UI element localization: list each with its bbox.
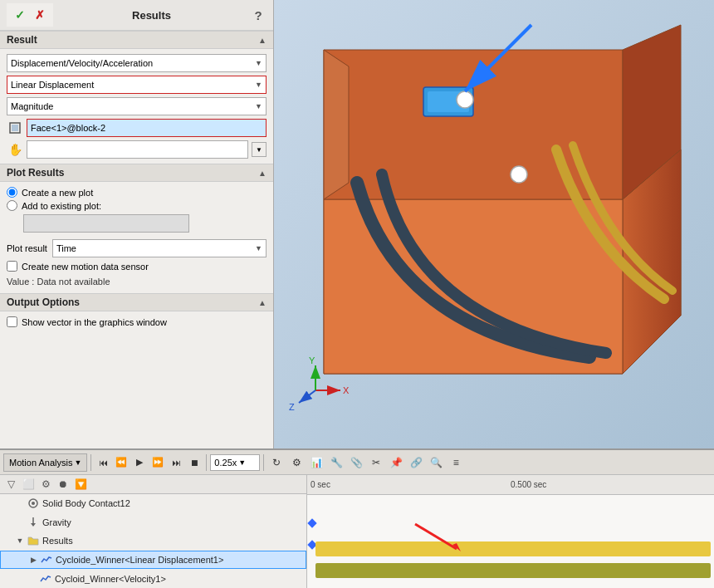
track-gravity-icon	[27, 516, 40, 529]
step-back-button[interactable]: ⏪	[113, 454, 130, 471]
confirm-button[interactable]: ✓	[12, 7, 28, 23]
record-icon[interactable]: ⏺	[56, 477, 71, 492]
magnitude-dropdown[interactable]: Magnitude ▼	[7, 97, 267, 115]
motion-sensor-checkbox-item[interactable]: Create new motion data sensor	[7, 261, 267, 272]
add-existing-plot-radio[interactable]: Add to existing plot:	[7, 200, 267, 211]
face-input-field[interactable]: Face<1>@block-2	[27, 119, 267, 137]
output-options-section-header[interactable]: Output Options ▲	[0, 293, 273, 311]
motion-analysis-dropdown-arrow: ▼	[74, 458, 81, 467]
plot-results-label: Plot Results	[7, 167, 64, 179]
track-solid-icon	[27, 497, 40, 510]
result-section-label: Result	[7, 34, 37, 46]
result-section-header[interactable]: Result ▲	[0, 31, 273, 49]
results-panel: ✓ ✗ Results ? Result ▲ Displacement/Velo…	[0, 0, 274, 448]
cycloide-timeline-bar[interactable]	[315, 541, 711, 556]
displacement-type-dropdown[interactable]: Displacement/Velocity/Acceleration ▼	[7, 54, 267, 72]
track-cycloide-label: Cycloide_Winner<Linear Displacement1>	[56, 555, 223, 565]
toolbar-separator-2	[206, 454, 207, 471]
settings-icon[interactable]: ⚙	[38, 477, 53, 492]
timeline-option-btn-7[interactable]: 🔗	[407, 453, 425, 472]
timeline-option-btn-2[interactable]: 📊	[307, 453, 325, 472]
stop-button[interactable]: ⏹	[186, 454, 203, 471]
track-cycloide-winner[interactable]: ▶ Cycloide_Winner<Linear Displacement1>	[0, 551, 306, 570]
track-gravity-label: Gravity	[42, 517, 71, 527]
show-vector-checkbox[interactable]	[7, 316, 17, 327]
create-new-plot-radio[interactable]: Create a new plot	[7, 187, 267, 198]
linear-displacement-dropdown[interactable]: Linear Displacement ▼	[7, 76, 267, 94]
panel-action-toolbar: ✓ ✗	[7, 3, 53, 27]
tracks-labels: ▽ ⬜ ⚙ ⏺ 🔽 Solid Body Contact12	[0, 475, 307, 588]
diamond-marker-1	[307, 518, 316, 527]
add-existing-row	[7, 214, 267, 233]
video-icon[interactable]: ⬜	[21, 477, 36, 492]
filter-icon-2[interactable]: 🔽	[73, 477, 88, 492]
help-button[interactable]: ?	[250, 7, 267, 23]
timeline-option-btn-5[interactable]: ✂	[367, 453, 385, 472]
track-solid-body: Solid Body Contact12	[0, 494, 306, 513]
panel-header: ✓ ✗ Results ?	[0, 0, 273, 31]
track-results-label: Results	[42, 536, 73, 546]
timeline-option-btn-1[interactable]: ⚙	[287, 453, 306, 472]
tracks-timeline: 0 sec 0.500 sec	[307, 475, 714, 588]
add-existing-plot-label: Add to existing plot:	[22, 201, 101, 211]
svg-text:Y: Y	[309, 355, 315, 365]
skip-end-button[interactable]: ⏭	[168, 454, 184, 471]
timeline-option-btn-4[interactable]: 📎	[347, 453, 365, 472]
face-input-empty[interactable]	[27, 140, 248, 159]
play-button[interactable]: ▶	[131, 454, 148, 471]
hand-icon: ✋	[7, 141, 23, 158]
plot-results-section-header[interactable]: Plot Results ▲	[0, 164, 273, 182]
3d-scene-svg: X Y Z	[274, 0, 714, 448]
svg-rect-1	[12, 125, 18, 131]
result-collapse-arrow: ▲	[258, 36, 267, 45]
face-options-button[interactable]: ▼	[252, 142, 267, 157]
track-velocity-expand	[28, 575, 37, 583]
track-results-folder-icon	[27, 534, 40, 547]
track-cycloide-icon	[40, 553, 53, 566]
rotate-cw-button[interactable]: ↻	[267, 453, 286, 472]
speed-dropdown[interactable]: 0.25x ▼	[210, 454, 260, 471]
result-section-content: Displacement/Velocity/Acceleration ▼ Lin…	[0, 49, 273, 164]
output-options-collapse-arrow: ▲	[258, 298, 267, 307]
velocity-timeline-bar[interactable]	[315, 563, 711, 578]
timeline-tracks: ▽ ⬜ ⚙ ⏺ 🔽 Solid Body Contact12	[0, 475, 714, 588]
svg-marker-8	[324, 50, 349, 199]
motion-sensor-checkbox[interactable]	[7, 261, 17, 272]
timeline-option-btn-6[interactable]: 📌	[387, 453, 405, 472]
track-solid-label: Solid Body Contact12	[42, 498, 130, 508]
track-gravity-expand	[16, 518, 24, 527]
track-results-expand[interactable]: ▼	[16, 537, 24, 545]
speed-value: 0.25x	[214, 458, 237, 468]
plot-result-label: Plot result	[7, 243, 47, 253]
plot-result-row: Plot result Time ▼	[7, 239, 267, 257]
timeline-ruler: 0 sec 0.500 sec	[307, 475, 714, 495]
show-vector-checkbox-item[interactable]: Show vector in the graphics window	[7, 316, 267, 327]
track-solid-expand	[16, 499, 24, 507]
skip-start-button[interactable]: ⏮	[95, 454, 111, 471]
dropdown1-arrow: ▼	[255, 59, 262, 67]
plot-result-dropdown[interactable]: Time ▼	[52, 239, 267, 257]
dropdown2-arrow: ▼	[255, 81, 262, 89]
svg-marker-27	[31, 523, 36, 527]
dropdown3-arrow: ▼	[255, 102, 262, 110]
cancel-button[interactable]: ✗	[32, 7, 48, 23]
step-forward-button[interactable]: ⏩	[149, 454, 166, 471]
create-new-plot-input[interactable]	[7, 187, 17, 198]
output-options-content: Show vector in the graphics window	[0, 311, 273, 332]
3d-viewport: X Y Z	[274, 0, 714, 448]
add-existing-plot-input[interactable]	[7, 200, 17, 211]
existing-plot-dropdown[interactable]	[23, 214, 189, 233]
filter-icon[interactable]: ▽	[3, 477, 18, 492]
timeline-option-btn-9[interactable]: ≡	[447, 453, 465, 472]
track-velocity-label: Cycloid_Winner<Velocity1>	[55, 574, 166, 584]
plot-results-content: Create a new plot Add to existing plot: …	[0, 182, 273, 293]
svg-point-11	[457, 91, 473, 108]
track-cycloid-velocity: Cycloid_Winner<Velocity1>	[0, 569, 306, 588]
track-cycloide-expand[interactable]: ▶	[29, 556, 37, 564]
timeline-option-btn-8[interactable]: 🔍	[427, 453, 445, 472]
value-text: Value : Data not available	[7, 275, 267, 288]
show-vector-label: Show vector in the graphics window	[22, 317, 167, 327]
motion-analysis-button[interactable]: Motion Analysis ▼	[3, 453, 87, 472]
timeline-option-btn-3[interactable]: 🔧	[327, 453, 345, 472]
motion-analysis-label: Motion Analysis	[9, 458, 72, 468]
